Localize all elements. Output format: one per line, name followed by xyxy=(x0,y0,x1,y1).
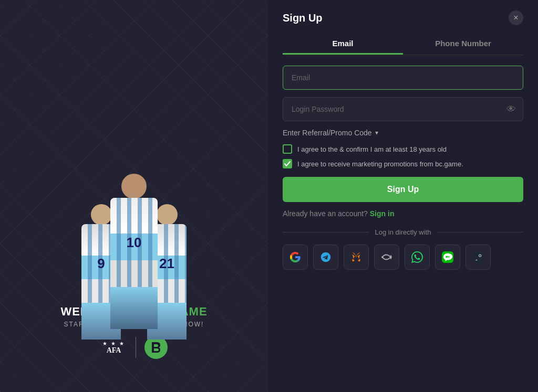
divider-left xyxy=(283,232,369,232)
player-head-right xyxy=(157,204,178,225)
divider-row: Log in directly with xyxy=(283,228,523,236)
signup-button[interactable]: Sign Up xyxy=(283,177,523,202)
logo-divider xyxy=(136,337,136,358)
left-panel: 9 10 21 WELCOME TO BC.GAME ST xyxy=(0,0,268,392)
checkbox-marketing[interactable] xyxy=(283,159,292,168)
player-legs-center xyxy=(110,287,158,329)
divider-right xyxy=(437,232,523,232)
account-row: Already have an account? Sign in xyxy=(283,209,523,218)
svg-point-4 xyxy=(381,256,384,258)
google-icon xyxy=(289,251,301,263)
logos-row: ★ ★ ★ AFA xyxy=(0,334,268,361)
player-body-center: 10 xyxy=(110,198,158,287)
svg-marker-2 xyxy=(358,259,360,261)
tab-phone[interactable]: Phone Number xyxy=(403,34,523,55)
steam-icon xyxy=(472,251,484,263)
svg-marker-3 xyxy=(352,259,355,261)
afa-stars: ★ ★ ★ xyxy=(102,341,125,346)
tabs-row: Email Phone Number xyxy=(283,34,523,55)
referral-text: Enter Referral/Promo Code xyxy=(283,129,372,137)
password-group: 👁 xyxy=(283,97,523,121)
whatsapp-icon xyxy=(411,251,423,263)
player-number-left: 9 xyxy=(97,256,105,272)
password-input[interactable] xyxy=(283,97,523,121)
player-center: 10 xyxy=(110,174,158,329)
checkbox-age[interactable] xyxy=(283,144,292,154)
social-web3[interactable] xyxy=(374,245,399,270)
email-input[interactable] xyxy=(283,66,523,90)
social-steam[interactable] xyxy=(465,245,491,270)
checkbox-row-1: I agree to the & confirm I am at least 1… xyxy=(283,144,523,154)
svg-point-5 xyxy=(390,256,392,258)
tab-email[interactable]: Email xyxy=(283,34,403,55)
chevron-down-icon: ▾ xyxy=(375,129,378,136)
player-head-left xyxy=(91,204,112,225)
checkmark-icon xyxy=(284,161,291,166)
metamask-icon xyxy=(350,251,362,263)
checkbox-marketing-label: I agree to receive marketing promotions … xyxy=(297,160,463,168)
afa-text: AFA xyxy=(107,346,121,355)
sign-in-link[interactable]: Sign in xyxy=(370,209,395,218)
referral-row[interactable]: Enter Referral/Promo Code ▾ xyxy=(283,129,523,137)
player-number-center: 10 xyxy=(127,235,142,251)
password-wrapper: 👁 xyxy=(283,97,523,121)
social-row xyxy=(283,245,523,270)
social-google[interactable] xyxy=(283,245,308,270)
svg-point-8 xyxy=(479,255,481,257)
already-account-text: Already have an account? xyxy=(283,209,368,218)
line-icon xyxy=(442,251,453,263)
player-number-right: 21 xyxy=(159,256,174,272)
social-line[interactable] xyxy=(435,245,460,270)
checkbox-row-2: I agree to receive marketing promotions … xyxy=(283,159,523,168)
email-group xyxy=(283,66,523,90)
modal-header: Sign Up × xyxy=(283,10,523,25)
web3-icon xyxy=(381,251,392,263)
player-head-center xyxy=(121,174,147,199)
divider-label: Log in directly with xyxy=(375,228,431,236)
close-button[interactable]: × xyxy=(509,10,523,25)
social-whatsapp[interactable] xyxy=(405,245,430,270)
signup-modal: Sign Up × Email Phone Number 👁 Enter Ref… xyxy=(268,0,538,392)
eye-icon[interactable]: 👁 xyxy=(506,104,516,115)
social-telegram[interactable] xyxy=(313,245,338,270)
modal-title: Sign Up xyxy=(283,12,323,24)
checkbox-age-label: I agree to the & confirm I am at least 1… xyxy=(297,145,447,153)
social-metamask[interactable] xyxy=(344,245,369,270)
bc-logo-icon xyxy=(149,340,163,355)
telegram-icon xyxy=(320,251,332,263)
